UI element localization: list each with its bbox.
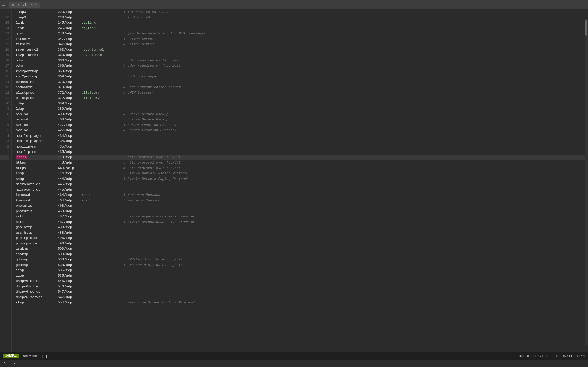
- line-number: 23: [0, 31, 9, 36]
- line-number: [0, 252, 9, 257]
- code-comment: # http protocol over TLS/SSL: [123, 160, 181, 166]
- code-area[interactable]: imap3220/tcp# Interactive Mail Accessima…: [12, 9, 585, 352]
- code-name: pim-rp-disc: [16, 235, 58, 241]
- code-port: 363/udp: [58, 53, 81, 58]
- code-comment: # Kerberos "passwd": [123, 198, 162, 203]
- line-number: [0, 182, 9, 187]
- code-line: saft487/tcp# Simple Asynchronous File Tr…: [16, 214, 585, 219]
- code-name: ulistproc: [16, 90, 58, 96]
- line-number: [0, 268, 9, 273]
- code-line: codaauth2370/udp# Coda authentication se…: [16, 85, 585, 90]
- code-name: rsvp_tunnel: [16, 53, 58, 58]
- close-button[interactable]: ×: [35, 3, 36, 7]
- code-port: 444/tcp: [58, 171, 81, 176]
- code-port: 443/tcp: [58, 155, 81, 160]
- title-bar: ■ services ×: [0, 0, 588, 9]
- code-comment: # Protocol v3: [123, 15, 150, 20]
- code-comment: # Real Time Stream Control Protocol: [123, 300, 195, 306]
- code-name: dhcpv6-client: [16, 284, 58, 290]
- code-port: 369/udp: [58, 74, 81, 80]
- line-number: 11: [0, 96, 9, 101]
- line-number: [0, 171, 9, 176]
- code-line: ldap389/udp: [16, 106, 585, 112]
- code-comment: # Simple Asynchronous File Transfer: [123, 219, 195, 225]
- code-name: link: [16, 20, 58, 26]
- code-line: mobileip-agent434/udp: [16, 139, 585, 144]
- code-line: imap3220/tcp# Interactive Mail Access: [16, 9, 585, 15]
- code-line: dhcpv6-client546/udp: [16, 284, 585, 290]
- code-port: 487/tcp: [58, 214, 81, 219]
- code-line: imap3220/udp# Protocol v3: [16, 15, 585, 20]
- status-fileinfo: services: [533, 354, 550, 358]
- code-port: 400/udp: [58, 117, 81, 123]
- code-name: link: [16, 26, 58, 31]
- tab-filename: services: [16, 3, 33, 7]
- code-name: mobileip-agent: [16, 133, 58, 139]
- code-name: kpasswd: [16, 192, 58, 198]
- code-name: osb-sd: [16, 117, 58, 123]
- file-tab[interactable]: ■ services ×: [9, 2, 40, 8]
- code-port: 464/tcp: [58, 192, 81, 198]
- code-alias: ttylink: [81, 26, 123, 31]
- line-number: 20: [0, 47, 9, 53]
- code-port: 372/tcp: [58, 90, 81, 96]
- code-line: dhcpv6-server547/tcp: [16, 289, 585, 295]
- code-port: 220/tcp: [58, 9, 81, 15]
- status-position: 197:1: [562, 354, 573, 358]
- code-port: 427/tcp: [58, 123, 81, 128]
- status-encoding: utf-8: [519, 354, 529, 358]
- code-line: gss-http488/udp: [16, 230, 585, 236]
- code-port: 245/tcp: [58, 20, 81, 26]
- line-number: [0, 187, 9, 193]
- code-port: 435/udp: [58, 149, 81, 155]
- scrollbar-thumb[interactable]: [585, 20, 587, 36]
- line-number: 16: [0, 69, 9, 74]
- line-number: [0, 155, 9, 160]
- code-line: link245/udpttylink: [16, 26, 585, 31]
- code-port: 347/tcp: [58, 36, 81, 42]
- line-number: [0, 241, 9, 247]
- code-comment: # Fatmen Server: [123, 36, 154, 42]
- line-number: [0, 257, 9, 263]
- code-name: dhcpv6-server: [16, 289, 58, 295]
- code-port: 443/sctp: [58, 166, 81, 171]
- code-line: https443/tcp# http protocol over TLS/SSL: [16, 155, 585, 160]
- code-comment: # Simple Network Paging Protocol: [123, 176, 189, 182]
- code-port: 443/udp: [58, 160, 81, 166]
- code-line: photuris468/udp: [16, 209, 585, 214]
- code-port: 400/tcp: [58, 112, 81, 117]
- line-number: [0, 198, 9, 203]
- search-text: /https: [3, 361, 15, 365]
- code-port: 220/udp: [58, 15, 81, 20]
- code-port: 488/tcp: [58, 225, 81, 230]
- code-comment: # odmr required by fetchmail: [123, 58, 181, 64]
- code-line: osb-sd400/udp# Oracle Secure Backup: [16, 117, 585, 123]
- code-name: gdomap: [16, 263, 58, 268]
- drag-handle[interactable]: [2, 2, 6, 7]
- line-number: 14: [0, 80, 9, 85]
- code-port: 547/tcp: [58, 289, 81, 295]
- code-line: ldap389/tcp: [16, 101, 585, 107]
- code-line: gist270/udp# Q-mode encapsulation for GI…: [16, 31, 585, 36]
- code-name: dhcpv6-server: [16, 295, 58, 300]
- code-line: dhcpv6-server547/udp: [16, 295, 585, 300]
- code-name: gss-http: [16, 225, 58, 230]
- code-name: gss-http: [16, 230, 58, 236]
- code-comment: # Q-mode encapsulation for GIST messages: [123, 31, 205, 36]
- line-number: [0, 289, 9, 295]
- code-comment: # GNUstep distributed objects: [123, 257, 183, 263]
- code-port: 538/udp: [58, 263, 81, 268]
- code-line: odmr366/udp# odmr required by fetchmail: [16, 63, 585, 69]
- scrollbar-right[interactable]: [585, 19, 588, 346]
- code-name: microsoft-ds: [16, 182, 58, 187]
- code-line: svrloc427/tcp# Server Location Protocol: [16, 123, 585, 128]
- line-number: [0, 160, 9, 166]
- code-line: link245/tcpttylink: [16, 20, 585, 26]
- code-line: https443/sctp# http protocol over TLS/SS…: [16, 166, 585, 171]
- code-port: 496/udp: [58, 241, 81, 247]
- code-name: odmr: [16, 63, 58, 69]
- code-line: saft487/udp# Simple Asynchronous File Tr…: [16, 219, 585, 225]
- code-line: svrloc427/udp# Server Location Protocol: [16, 128, 585, 133]
- code-port: 366/udp: [58, 63, 81, 69]
- code-comment: # Oracle Secure Backup: [123, 117, 169, 123]
